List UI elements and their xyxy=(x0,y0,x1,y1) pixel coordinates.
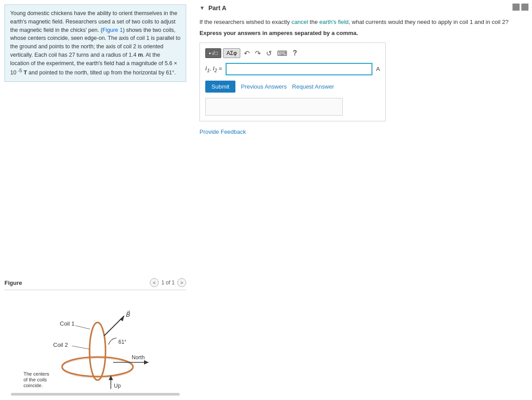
math-sqrt-label: √□ xyxy=(211,50,218,56)
collapse-icon[interactable]: ▼ xyxy=(200,5,205,11)
greek-btn[interactable]: AΣφ xyxy=(223,48,240,58)
svg-line-14 xyxy=(75,326,90,329)
svg-point-2 xyxy=(62,358,133,378)
right-panel: ▼ Part A If the researchers wished to ex… xyxy=(191,0,532,400)
svg-marker-8 xyxy=(144,360,149,365)
problem-text: Young domestic chickens have the ability… xyxy=(10,10,180,76)
input-label: I1, I2 = xyxy=(205,65,222,73)
refresh-btn[interactable]: ↺ xyxy=(264,48,274,58)
problem-text-box: Young domestic chickens have the ability… xyxy=(4,4,186,82)
svg-text:Coil 2: Coil 2 xyxy=(53,342,68,348)
svg-marker-4 xyxy=(120,316,124,321)
svg-text:The centers: The centers xyxy=(23,371,50,377)
feedback-box xyxy=(205,98,343,116)
unit-label: A xyxy=(376,66,380,72)
submit-button[interactable]: Submit xyxy=(205,81,235,93)
request-answer-link[interactable]: Request Answer xyxy=(292,83,334,90)
math-btn-label: ▪ xyxy=(209,50,211,56)
svg-text:North: North xyxy=(132,354,145,361)
figure-header: Figure < 1 of 1 > xyxy=(4,276,186,290)
input-row: I1, I2 = A xyxy=(205,63,380,75)
keyboard-btn[interactable]: ⌨ xyxy=(275,48,289,58)
instruction-text: Express your answers in amperes separate… xyxy=(200,30,523,36)
svg-text:Coil 1: Coil 1 xyxy=(60,320,74,327)
svg-line-16 xyxy=(72,346,89,349)
toolbar: ▪ √□ AΣφ ↶ ↷ ↺ ⌨ ? xyxy=(205,48,380,58)
figure-bottom-bar xyxy=(11,393,180,396)
figure-title: Figure xyxy=(4,280,22,286)
cancel-highlight: cancel xyxy=(291,19,308,25)
svg-text:B⃗: B⃗ xyxy=(125,311,130,318)
figure-prev-btn[interactable]: < xyxy=(150,278,159,287)
earths-field-highlight: earth's field xyxy=(319,19,348,25)
svg-text:61°: 61° xyxy=(118,339,126,345)
top-icon-2[interactable] xyxy=(521,4,528,11)
svg-text:of the coils: of the coils xyxy=(23,377,47,382)
svg-point-1 xyxy=(62,357,133,377)
provide-feedback-link[interactable]: Provide Feedback xyxy=(200,128,246,135)
svg-text:coincide.: coincide. xyxy=(23,383,43,388)
greek-btn-label: AΣφ xyxy=(227,50,237,56)
answer-input[interactable] xyxy=(226,63,373,75)
top-icon-1[interactable] xyxy=(512,4,520,11)
undo-btn[interactable]: ↶ xyxy=(242,48,251,58)
figure-canvas: B⃗ 61° North Up Coil 1 C xyxy=(11,294,180,391)
previous-answers-link[interactable]: Previous Answers xyxy=(241,83,286,90)
question-text: If the researchers wished to exactly can… xyxy=(200,18,523,27)
part-a-header: ▼ Part A xyxy=(200,4,523,12)
figure-nav: < 1 of 1 > xyxy=(150,278,186,287)
svg-text:Up: Up xyxy=(114,383,121,389)
redo-btn[interactable]: ↷ xyxy=(253,48,262,58)
figure-link[interactable]: Figure 1 xyxy=(102,27,123,33)
figure-svg: B⃗ 61° North Up Coil 1 C xyxy=(11,294,180,391)
answer-box: ▪ √□ AΣφ ↶ ↷ ↺ ⌨ ? I1, I2 = A xyxy=(200,43,386,121)
left-panel: Young domestic chickens have the ability… xyxy=(0,0,191,400)
action-row: Submit Previous Answers Request Answer xyxy=(205,81,380,93)
math-btn[interactable]: ▪ √□ xyxy=(205,48,221,58)
part-a-label: Part A xyxy=(208,4,227,12)
help-btn[interactable]: ? xyxy=(291,48,299,58)
svg-point-0 xyxy=(90,322,106,380)
figure-next-btn[interactable]: > xyxy=(177,278,186,287)
figure-section: Figure < 1 of 1 > xyxy=(4,267,186,396)
figure-page: 1 of 1 xyxy=(161,280,175,286)
